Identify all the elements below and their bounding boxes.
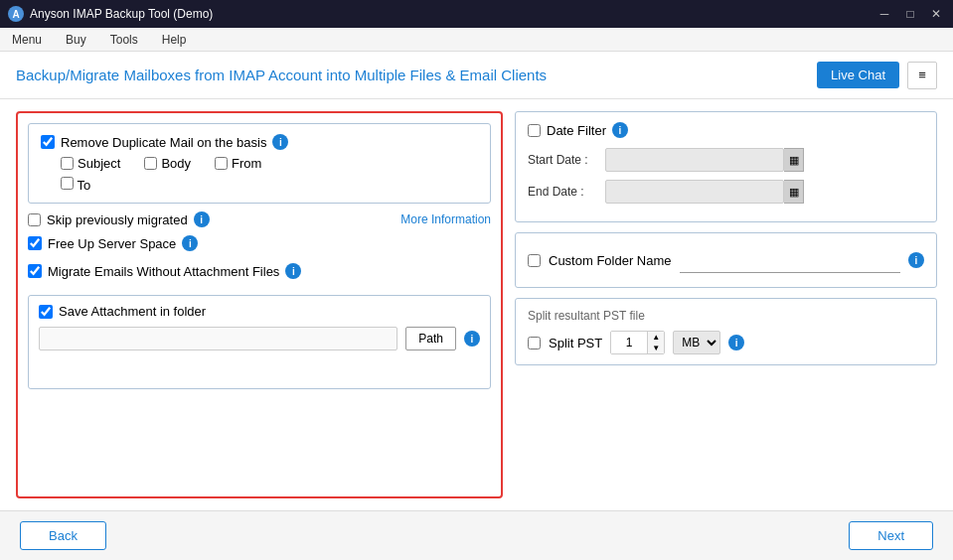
to-option: To	[61, 177, 478, 193]
duplicate-options-row: Subject Body From	[61, 156, 478, 171]
skip-migrated-label: Skip previously migrated	[47, 212, 188, 227]
split-pst-label: Split PST	[549, 336, 602, 350]
custom-folder-checkbox[interactable]	[528, 254, 541, 267]
custom-folder-info-icon[interactable]: i	[908, 252, 924, 268]
spin-buttons: ▲ ▼	[647, 332, 664, 353]
split-value-input[interactable]	[611, 332, 647, 353]
unit-select[interactable]: MB GB	[673, 331, 720, 354]
split-info-icon[interactable]: i	[728, 335, 744, 350]
duplicate-info-icon[interactable]: i	[272, 134, 288, 150]
custom-folder-input[interactable]	[680, 247, 900, 273]
free-up-info-icon[interactable]: i	[182, 235, 198, 251]
spin-down-button[interactable]: ▼	[648, 343, 664, 353]
path-row: Path i	[39, 327, 480, 350]
subject-option: Subject	[61, 156, 120, 171]
hamburger-icon: ≡	[918, 68, 926, 82]
title-bar-controls: ─ □ ✕	[875, 5, 945, 23]
save-attachment-box: Save Attachment in folder Path i	[28, 295, 491, 389]
start-date-calendar-button[interactable]: ▦	[784, 148, 804, 172]
save-attach-row: Save Attachment in folder	[39, 304, 480, 319]
free-up-label: Free Up Server Space	[48, 236, 176, 251]
right-spacer	[515, 375, 937, 498]
custom-folder-label: Custom Folder Name	[549, 253, 672, 268]
end-date-calendar-button[interactable]: ▦	[784, 180, 804, 204]
migrate-no-attach-row: Migrate Emails Without Attachment Files …	[28, 263, 491, 279]
menu-item-help[interactable]: Help	[158, 31, 191, 49]
subject-checkbox[interactable]	[61, 157, 74, 170]
right-panel: Date Filter i Start Date : ▦ End Date : …	[515, 111, 937, 498]
split-pst-section: Split resultant PST file Split PST ▲ ▼ M…	[515, 298, 937, 365]
left-panel: Remove Duplicate Mail on the basis i Sub…	[16, 111, 503, 498]
from-label: From	[232, 156, 261, 171]
duplicate-checkbox[interactable]	[41, 135, 55, 149]
duplicate-checkbox-row: Remove Duplicate Mail on the basis i	[41, 134, 478, 150]
date-filter-checkbox[interactable]	[528, 124, 541, 137]
migrate-no-attach-checkbox[interactable]	[28, 264, 42, 278]
date-filter-section: Date Filter i Start Date : ▦ End Date : …	[515, 111, 937, 222]
title-bar-left: A Anyson IMAP Backup Tool (Demo)	[8, 6, 213, 22]
path-input[interactable]	[39, 327, 397, 350]
date-filter-info-icon[interactable]: i	[612, 122, 628, 138]
start-date-container: ▦	[605, 148, 804, 172]
to-option-row: To	[61, 177, 478, 193]
start-date-label: Start Date :	[528, 153, 597, 167]
skip-left: Skip previously migrated i	[28, 211, 210, 227]
start-date-row: Start Date : ▦	[528, 148, 924, 172]
end-date-label: End Date :	[528, 185, 597, 199]
subject-label: Subject	[78, 156, 120, 171]
from-option: From	[215, 156, 261, 171]
app-icon: A	[8, 6, 24, 22]
skip-migrated-checkbox[interactable]	[28, 213, 41, 226]
more-info-link[interactable]: More Information	[400, 212, 491, 226]
end-date-input[interactable]	[605, 180, 784, 204]
next-button[interactable]: Next	[849, 521, 933, 550]
menu-item-menu[interactable]: Menu	[8, 31, 46, 49]
close-button[interactable]: ✕	[927, 5, 945, 23]
date-filter-legend-row: Date Filter i	[528, 122, 924, 138]
to-label: To	[77, 178, 90, 193]
save-attachment-label: Save Attachment in folder	[59, 304, 206, 319]
page-title: Backup/Migrate Mailboxes from IMAP Accou…	[16, 67, 547, 83]
from-checkbox[interactable]	[215, 157, 228, 170]
custom-folder-section: Custom Folder Name i	[515, 232, 937, 288]
free-up-row: Free Up Server Space i	[28, 235, 491, 251]
minimize-button[interactable]: ─	[875, 5, 893, 23]
spin-up-button[interactable]: ▲	[648, 332, 664, 343]
start-date-input[interactable]	[605, 148, 784, 172]
path-info-icon[interactable]: i	[464, 331, 480, 347]
calendar-icon: ▦	[789, 154, 799, 167]
main-content: Remove Duplicate Mail on the basis i Sub…	[0, 99, 953, 510]
end-date-row: End Date : ▦	[528, 180, 924, 204]
header-bar: Backup/Migrate Mailboxes from IMAP Accou…	[0, 52, 953, 99]
split-row: Split PST ▲ ▼ MB GB i	[528, 331, 924, 354]
save-attachment-checkbox[interactable]	[39, 305, 53, 319]
title-bar-title: Anyson IMAP Backup Tool (Demo)	[30, 7, 213, 21]
duplicate-label: Remove Duplicate Mail on the basis	[61, 135, 266, 150]
split-legend: Split resultant PST file	[528, 309, 924, 323]
body-checkbox[interactable]	[144, 157, 157, 170]
back-button[interactable]: Back	[20, 521, 106, 550]
hamburger-button[interactable]: ≡	[907, 62, 937, 89]
app-icon-letter: A	[12, 9, 19, 20]
header-right: Live Chat ≡	[817, 62, 937, 89]
footer: Back Next	[0, 510, 953, 560]
migrate-info-icon[interactable]: i	[285, 263, 301, 279]
menu-bar: Menu Buy Tools Help	[0, 28, 953, 52]
path-button[interactable]: Path	[405, 327, 456, 350]
menu-item-tools[interactable]: Tools	[106, 31, 142, 49]
duplicate-section: Remove Duplicate Mail on the basis i Sub…	[28, 123, 491, 204]
body-option: Body	[144, 156, 191, 171]
body-label: Body	[161, 156, 191, 171]
calendar-icon-2: ▦	[789, 186, 799, 199]
split-pst-checkbox[interactable]	[528, 337, 541, 350]
free-up-checkbox[interactable]	[28, 236, 42, 250]
spin-input-container: ▲ ▼	[610, 331, 665, 354]
maximize-button[interactable]: □	[901, 5, 919, 23]
date-filter-label: Date Filter	[547, 123, 606, 138]
to-checkbox[interactable]	[61, 177, 74, 190]
skip-info-icon[interactable]: i	[194, 211, 210, 227]
migrate-no-attach-label: Migrate Emails Without Attachment Files	[48, 264, 279, 279]
menu-item-buy[interactable]: Buy	[62, 31, 90, 49]
end-date-container: ▦	[605, 180, 804, 204]
live-chat-button[interactable]: Live Chat	[817, 62, 899, 88]
